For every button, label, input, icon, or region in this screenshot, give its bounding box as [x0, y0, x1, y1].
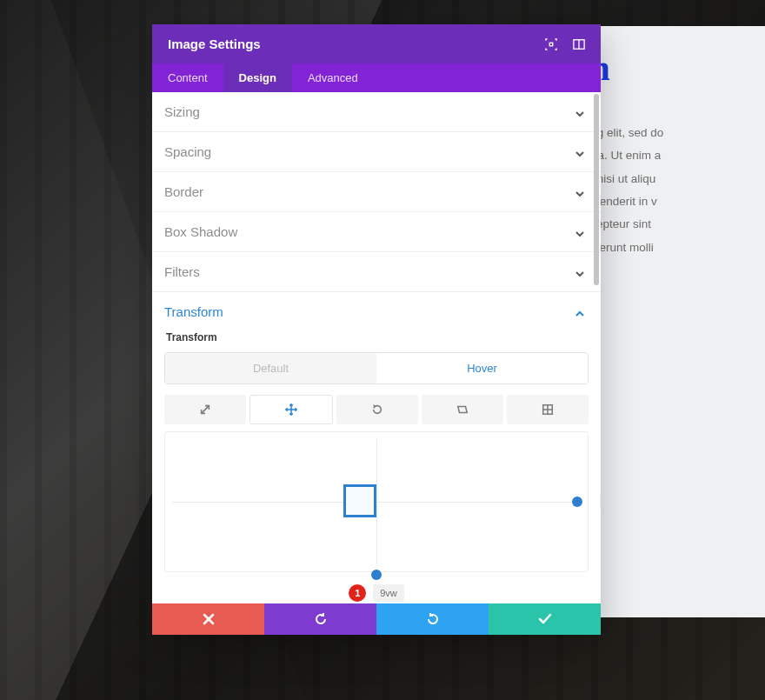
- section-transform[interactable]: Transform: [152, 292, 601, 331]
- cancel-button[interactable]: [152, 603, 264, 635]
- modal-header: Image Settings: [152, 24, 601, 63]
- transform-sublabel: Transform: [166, 331, 589, 343]
- svg-rect-0: [549, 43, 553, 46]
- chevron-down-icon: [575, 227, 585, 237]
- section-filters[interactable]: Filters: [152, 252, 601, 291]
- state-tab-hover[interactable]: Hover: [376, 353, 588, 383]
- tool-skew[interactable]: [422, 395, 503, 424]
- tool-scale[interactable]: [164, 395, 246, 424]
- value-bottom[interactable]: 9vw: [373, 584, 404, 602]
- split-view-icon[interactable]: [573, 38, 585, 50]
- svg-line-3: [202, 406, 210, 414]
- chevron-down-icon: [575, 107, 585, 117]
- section-sizing[interactable]: Sizing: [152, 92, 601, 131]
- handle-bottom[interactable]: [371, 570, 382, 580]
- tool-rotate[interactable]: [336, 395, 418, 424]
- scrollbar[interactable]: [594, 94, 599, 285]
- modal-footer: [152, 603, 601, 635]
- chevron-down-icon: [575, 147, 585, 157]
- undo-button[interactable]: [264, 603, 376, 635]
- chevron-up-icon: [575, 307, 585, 317]
- transform-box[interactable]: [343, 484, 376, 517]
- value-right[interactable]: 0px: [600, 493, 601, 510]
- redo-button[interactable]: [376, 603, 489, 635]
- handle-right[interactable]: [572, 497, 582, 507]
- state-tab-default[interactable]: Default: [165, 353, 376, 383]
- image-settings-modal: Image Settings Content Design Advanced S…: [152, 24, 601, 635]
- section-box-shadow[interactable]: Box Shadow: [152, 212, 601, 251]
- modal-body: Sizing Spacing Border Box Shadow Filters…: [152, 92, 601, 603]
- tab-design[interactable]: Design: [223, 63, 292, 92]
- chevron-down-icon: [575, 187, 585, 197]
- chevron-down-icon: [575, 267, 585, 277]
- svg-marker-6: [458, 407, 468, 413]
- tab-advanced[interactable]: Advanced: [292, 63, 374, 92]
- focus-mode-icon[interactable]: [545, 38, 557, 50]
- tool-origin[interactable]: [507, 395, 589, 424]
- section-border[interactable]: Border: [152, 172, 601, 211]
- callout-marker-1: 1: [349, 584, 366, 602]
- modal-tabs: Content Design Advanced: [152, 63, 601, 92]
- tool-translate[interactable]: [249, 395, 333, 424]
- transform-tool-tabs: [164, 395, 589, 424]
- bottom-value-row: 1 9vw: [164, 584, 589, 602]
- transform-canvas[interactable]: 0px: [164, 431, 589, 572]
- transform-panel: Transform Default Hover: [152, 331, 601, 603]
- save-button[interactable]: [489, 603, 601, 635]
- transform-state-tabs: Default Hover: [164, 352, 589, 384]
- section-spacing[interactable]: Spacing: [152, 132, 601, 171]
- tab-content[interactable]: Content: [152, 63, 223, 92]
- modal-title: Image Settings: [168, 37, 261, 51]
